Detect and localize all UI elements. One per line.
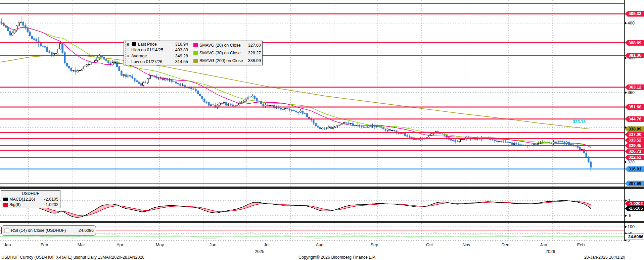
legend-row-sma200: SMAVG (200) on Close 338.99 [193,58,261,63]
sma30-value: 328.27 [245,50,261,56]
sma200-value: 338.99 [245,58,261,63]
legend-row-average: ✳ Average 349.28 [126,53,188,59]
rsi-value: 24.6086 [76,228,94,233]
sma30-swatch [193,51,198,55]
chart-canvas[interactable] [0,0,644,260]
sma20-swatch [193,43,198,47]
trendline-value-annotation: 323.18 [573,119,586,124]
copyright-text: Copyright© 2026 Bloomberg Finance L.P. [298,255,376,260]
legend-row-low: ⊥ Low on 01/27/26 314.55 [126,59,188,64]
rsi-label: RSI (14) on Close (USDHUF) [11,228,66,233]
average-marker-icon: ✳ [126,53,130,59]
sma200-line [0,55,590,129]
sma20-label: SMAVG (20) on Close [199,43,241,48]
sma20-line [1,23,591,147]
low-label: Low on 01/27/26 [131,59,162,64]
macd-legend-title: USDHUF [3,191,58,197]
low-value: 314.55 [173,59,188,64]
macd-signal-swatch [3,203,8,207]
panel-separator-2 [0,221,644,223]
gridlines [0,0,625,241]
last-price-swatch [132,42,136,46]
high-marker-icon: T [126,47,130,53]
macd-legend[interactable]: USDHUF MACD(12,26) -2.6105 Sig(9) -1.020… [1,190,60,208]
rsi-swatch [4,228,9,233]
timestamp: 28-Jan-2026 10:41:20 [584,255,625,260]
sma200-label: SMAVG (200) on Close [199,58,243,63]
legend-row-high: T High on 01/14/25 403.89 [126,47,188,53]
last-price-label: Last Price [138,42,157,47]
macd-swatch [3,198,8,201]
security-description: USDHUF Curncy (USD-HUF X-RATE) usdhuf Da… [1,255,144,260]
high-value: 403.89 [173,47,188,53]
last-price-value: 316.94 [173,42,188,47]
sma30-line [1,23,591,146]
legend-row-sma30: SMAVG (30) on Close 328.27 [193,50,261,56]
macd-row: MACD(12,26) -2.6105 [3,197,58,202]
sma200-swatch [193,59,198,63]
average-value: 349.28 [173,53,188,59]
panel-separator-1 [0,187,644,189]
macd-signal-row: Sig(9) -1.0202 [3,202,58,207]
price-levels [0,4,625,184]
candlesticks [1,16,592,171]
legend-expander-icon[interactable]: ⊟ [126,42,130,47]
average-label: Average [131,53,147,59]
high-label: High on 01/14/25 [131,47,163,53]
sma30-label: SMAVG (30) on Close [199,50,241,56]
macd-label: MACD(12,26) [9,197,35,202]
macd-value: -2.6105 [42,197,58,202]
sma20-value: 327.60 [245,43,261,48]
macd-signal-value: -1.0202 [42,202,58,207]
rsi-legend[interactable]: RSI (14) on Close (USDHUF) 24.6086 [1,225,96,236]
macd-signal-label: Sig(9) [9,202,20,207]
low-marker-icon: ⊥ [126,59,130,64]
bloomberg-chart-window: 3203403603804000-5100500405.33388.69381.… [0,0,644,260]
chart-legend[interactable]: ⊟ Last Price 316.94 T High on 01/14/25 4… [124,41,263,65]
legend-row-sma20: SMAVG (20) on Close 327.60 [193,43,261,48]
legend-row-last-price: ⊟ Last Price 316.94 [126,42,188,47]
